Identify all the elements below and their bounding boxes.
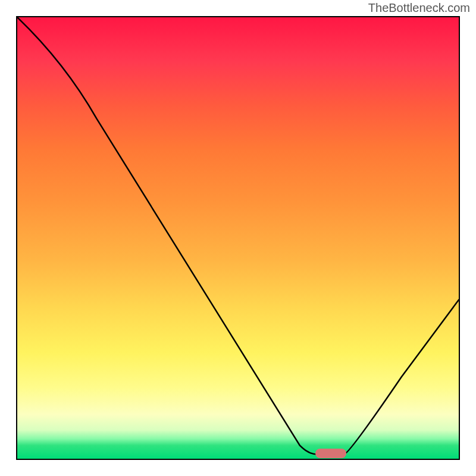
- chart-frame: [16, 16, 460, 460]
- bottleneck-curve: [17, 17, 459, 455]
- watermark-text: TheBottleneck.com: [368, 1, 470, 15]
- chart-curve-svg: [17, 17, 459, 459]
- optimal-marker: [315, 449, 347, 458]
